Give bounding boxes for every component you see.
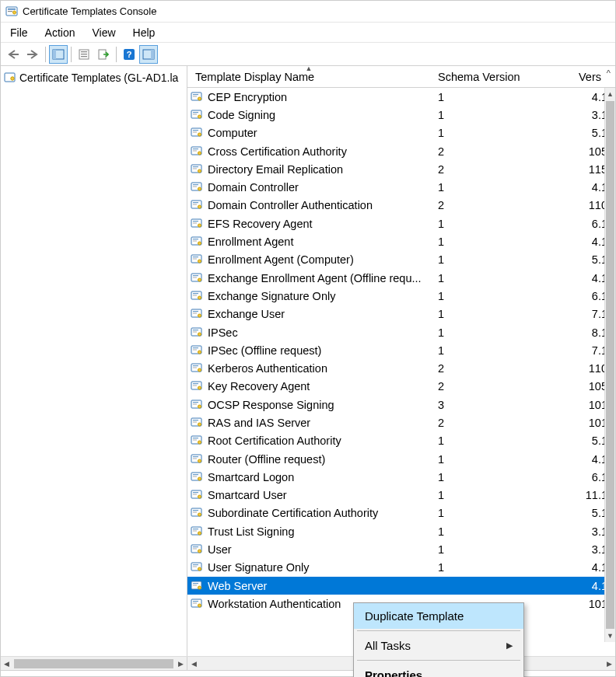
vertical-scrollbar[interactable]: ▲ ▼: [604, 88, 615, 642]
table-row[interactable]: IPSec 1 8.1: [187, 323, 615, 341]
cert-template-icon: [191, 417, 203, 429]
svg-point-104: [198, 477, 201, 480]
svg-rect-90: [193, 420, 198, 421]
table-row[interactable]: Router (Offline request) 1 4.1: [187, 450, 615, 468]
table-row[interactable]: Exchange Signature Only 1 6.1: [187, 287, 615, 305]
scroll-right-icon[interactable]: ▶: [603, 658, 615, 670]
table-row[interactable]: Subordinate Certification Authority 1 5.…: [187, 504, 615, 522]
table-row[interactable]: Root Certification Authority 1 5.1: [187, 432, 615, 450]
svg-rect-103: [193, 476, 197, 476]
svg-point-68: [198, 314, 201, 317]
show-actions-button[interactable]: [139, 45, 158, 64]
col-header-schema[interactable]: Schema Version: [430, 66, 559, 87]
scroll-down-icon[interactable]: ▼: [605, 630, 615, 642]
scroll-up-icon[interactable]: ▲: [605, 88, 615, 100]
row-schema-label: 2: [430, 380, 559, 393]
cert-template-icon: [191, 543, 203, 556]
table-row[interactable]: CEP Encryption 1 4.1: [187, 88, 615, 106]
table-row[interactable]: Trust List Signing 1 3.1: [187, 522, 615, 540]
tree-horizontal-scrollbar[interactable]: ◀ ▶: [1, 657, 187, 670]
svg-point-52: [198, 242, 201, 245]
tree-scroll-thumb[interactable]: [14, 659, 174, 668]
menu-help[interactable]: Help: [125, 24, 163, 41]
toolbar-separator: [71, 47, 72, 62]
svg-point-48: [198, 224, 201, 227]
svg-rect-1: [8, 9, 16, 10]
row-name-label: Cross Certification Authority: [208, 145, 347, 158]
help-button[interactable]: ?: [120, 45, 138, 64]
table-row[interactable]: Domain Controller 1 4.1: [187, 178, 615, 196]
row-name-label: RAS and IAS Server: [208, 417, 310, 429]
table-row[interactable]: Smartcard Logon 1 6.1: [187, 468, 615, 486]
table-row[interactable]: IPSec (Offline request) 1 7.1: [187, 341, 615, 359]
table-row[interactable]: Web Server 4.1: [187, 577, 615, 595]
scroll-right-icon[interactable]: ▶: [174, 658, 187, 670]
table-row[interactable]: OCSP Response Signing 3 101: [187, 396, 615, 414]
svg-rect-19: [193, 96, 197, 96]
ctx-properties[interactable]: Properties: [354, 662, 523, 677]
row-schema-label: 1: [430, 218, 559, 230]
svg-rect-47: [193, 222, 197, 223]
svg-rect-131: [193, 602, 197, 603]
col-header-name-label: Template Display Name: [195, 71, 314, 83]
ctx-duplicate-template[interactable]: Duplicate Template: [354, 603, 523, 629]
export-button[interactable]: [94, 45, 113, 64]
svg-rect-8: [81, 54, 87, 54]
table-row[interactable]: Key Recovery Agent 2 105: [187, 378, 615, 396]
cert-template-icon: [191, 525, 203, 538]
table-row[interactable]: Exchange Enrollment Agent (Offline requ.…: [187, 269, 615, 287]
ctx-all-tasks[interactable]: All Tasks ▶: [354, 633, 523, 658]
ctx-duplicate-label: Duplicate Template: [365, 609, 464, 623]
svg-rect-106: [193, 492, 198, 493]
context-menu-separator: [357, 660, 520, 661]
table-row[interactable]: EFS Recovery Agent 1 6.1: [187, 215, 615, 232]
svg-point-72: [198, 333, 201, 336]
cert-template-icon: [191, 236, 203, 248]
table-row[interactable]: Enrollment Agent 1 4.1: [187, 232, 615, 250]
cert-template-icon: [191, 308, 203, 320]
tree-root-item[interactable]: Certificate Templates (GL-AD1.la: [2, 69, 185, 86]
cert-template-icon: [191, 489, 203, 501]
table-row[interactable]: Directory Email Replication 2 115: [187, 160, 615, 178]
table-row[interactable]: Computer 1 5.1: [187, 124, 615, 142]
table-row[interactable]: Domain Controller Authentication 2 110: [187, 197, 615, 215]
svg-point-16: [11, 77, 14, 80]
svg-rect-39: [193, 187, 197, 187]
row-schema-label: 1: [430, 471, 559, 483]
cert-template-icon: [191, 399, 203, 411]
nav-forward-button[interactable]: [23, 45, 42, 64]
col-header-version[interactable]: Vers ^: [559, 66, 615, 87]
menu-action[interactable]: Action: [37, 24, 83, 41]
table-row[interactable]: Cross Certification Authority 2 105: [187, 142, 615, 160]
row-name-label: Workstation Authentication: [208, 598, 341, 610]
title-bar: Certificate Templates Console: [1, 1, 615, 23]
col-header-name[interactable]: Template Display Name ▲: [187, 66, 430, 87]
scroll-left-icon[interactable]: ◀: [1, 658, 13, 670]
svg-point-56: [198, 260, 201, 263]
table-row[interactable]: User 1 3.1: [187, 540, 615, 558]
table-row[interactable]: Enrollment Agent (Computer) 1 5.1: [187, 251, 615, 269]
show-tree-button[interactable]: [49, 45, 68, 64]
toolbar: ?: [1, 43, 615, 66]
table-row[interactable]: User Signature Only 1 4.1: [187, 559, 615, 577]
menu-view[interactable]: View: [84, 24, 123, 41]
scroll-thumb[interactable]: [606, 101, 614, 629]
nav-back-button[interactable]: [4, 45, 23, 64]
svg-rect-75: [193, 349, 197, 350]
row-schema-label: 3: [430, 399, 559, 411]
svg-rect-67: [193, 313, 197, 314]
row-name-label: Exchange Enrollment Agent (Offline requ.…: [208, 272, 422, 284]
row-schema-label: 1: [430, 507, 559, 519]
svg-point-20: [198, 97, 201, 100]
svg-rect-58: [193, 275, 198, 276]
table-row[interactable]: Smartcard User 1 11.1: [187, 487, 615, 504]
table-row[interactable]: Kerberos Authentication 2 110: [187, 359, 615, 377]
table-row[interactable]: RAS and IAS Server 2 101: [187, 414, 615, 431]
table-row[interactable]: Exchange User 1 7.1: [187, 305, 615, 323]
svg-point-112: [198, 513, 201, 516]
cert-template-icon: [191, 163, 203, 176]
properties-button[interactable]: [75, 45, 93, 64]
menu-file[interactable]: File: [2, 24, 36, 41]
table-row[interactable]: Code Signing 1 3.1: [187, 106, 615, 124]
scroll-left-icon[interactable]: ◀: [187, 658, 200, 670]
